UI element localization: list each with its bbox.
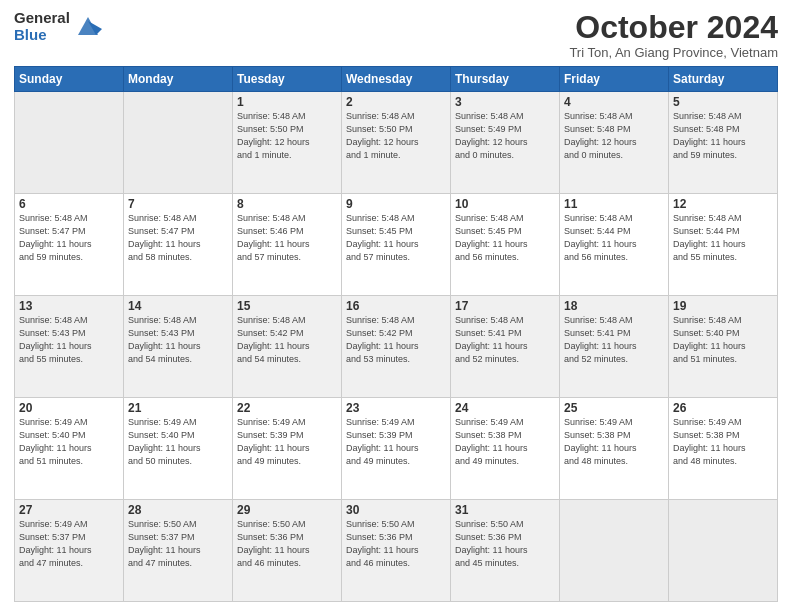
calendar-cell: 21Sunrise: 5:49 AM Sunset: 5:40 PM Dayli… [124,398,233,500]
day-info: Sunrise: 5:48 AM Sunset: 5:45 PM Dayligh… [455,212,555,264]
calendar-cell: 26Sunrise: 5:49 AM Sunset: 5:38 PM Dayli… [669,398,778,500]
calendar-cell: 2Sunrise: 5:48 AM Sunset: 5:50 PM Daylig… [342,92,451,194]
calendar-week-row: 1Sunrise: 5:48 AM Sunset: 5:50 PM Daylig… [15,92,778,194]
day-number: 11 [564,197,664,211]
calendar-week-row: 27Sunrise: 5:49 AM Sunset: 5:37 PM Dayli… [15,500,778,602]
day-number: 4 [564,95,664,109]
day-number: 29 [237,503,337,517]
day-number: 9 [346,197,446,211]
calendar-cell: 9Sunrise: 5:48 AM Sunset: 5:45 PM Daylig… [342,194,451,296]
calendar-cell: 15Sunrise: 5:48 AM Sunset: 5:42 PM Dayli… [233,296,342,398]
day-info: Sunrise: 5:50 AM Sunset: 5:36 PM Dayligh… [237,518,337,570]
calendar-cell: 4Sunrise: 5:48 AM Sunset: 5:48 PM Daylig… [560,92,669,194]
day-info: Sunrise: 5:50 AM Sunset: 5:36 PM Dayligh… [346,518,446,570]
day-info: Sunrise: 5:48 AM Sunset: 5:48 PM Dayligh… [673,110,773,162]
day-info: Sunrise: 5:48 AM Sunset: 5:43 PM Dayligh… [128,314,228,366]
calendar-cell: 3Sunrise: 5:48 AM Sunset: 5:49 PM Daylig… [451,92,560,194]
calendar-cell: 13Sunrise: 5:48 AM Sunset: 5:43 PM Dayli… [15,296,124,398]
calendar-cell [669,500,778,602]
day-number: 24 [455,401,555,415]
day-number: 20 [19,401,119,415]
calendar-cell: 18Sunrise: 5:48 AM Sunset: 5:41 PM Dayli… [560,296,669,398]
day-info: Sunrise: 5:48 AM Sunset: 5:44 PM Dayligh… [673,212,773,264]
logo-general: General [14,10,70,27]
day-number: 8 [237,197,337,211]
day-info: Sunrise: 5:48 AM Sunset: 5:47 PM Dayligh… [19,212,119,264]
day-number: 23 [346,401,446,415]
calendar-cell: 5Sunrise: 5:48 AM Sunset: 5:48 PM Daylig… [669,92,778,194]
day-number: 21 [128,401,228,415]
day-header-saturday: Saturday [669,67,778,92]
calendar-cell: 14Sunrise: 5:48 AM Sunset: 5:43 PM Dayli… [124,296,233,398]
page: General Blue October 2024 Tri Ton, An Gi… [0,0,792,612]
calendar-cell: 27Sunrise: 5:49 AM Sunset: 5:37 PM Dayli… [15,500,124,602]
day-info: Sunrise: 5:48 AM Sunset: 5:41 PM Dayligh… [455,314,555,366]
month-title: October 2024 [569,10,778,45]
calendar-week-row: 13Sunrise: 5:48 AM Sunset: 5:43 PM Dayli… [15,296,778,398]
calendar-cell [560,500,669,602]
day-number: 3 [455,95,555,109]
calendar-header-row: SundayMondayTuesdayWednesdayThursdayFrid… [15,67,778,92]
day-number: 25 [564,401,664,415]
calendar-cell: 19Sunrise: 5:48 AM Sunset: 5:40 PM Dayli… [669,296,778,398]
day-header-monday: Monday [124,67,233,92]
calendar-cell: 12Sunrise: 5:48 AM Sunset: 5:44 PM Dayli… [669,194,778,296]
calendar-cell: 22Sunrise: 5:49 AM Sunset: 5:39 PM Dayli… [233,398,342,500]
calendar-week-row: 6Sunrise: 5:48 AM Sunset: 5:47 PM Daylig… [15,194,778,296]
day-info: Sunrise: 5:50 AM Sunset: 5:36 PM Dayligh… [455,518,555,570]
day-number: 27 [19,503,119,517]
day-header-friday: Friday [560,67,669,92]
title-area: October 2024 Tri Ton, An Giang Province,… [569,10,778,60]
logo-blue: Blue [14,27,70,44]
day-info: Sunrise: 5:48 AM Sunset: 5:50 PM Dayligh… [346,110,446,162]
logo-text: General Blue [14,10,70,43]
calendar-cell: 7Sunrise: 5:48 AM Sunset: 5:47 PM Daylig… [124,194,233,296]
logo-icon [74,13,102,41]
day-number: 1 [237,95,337,109]
calendar-cell: 20Sunrise: 5:49 AM Sunset: 5:40 PM Dayli… [15,398,124,500]
day-info: Sunrise: 5:48 AM Sunset: 5:47 PM Dayligh… [128,212,228,264]
day-number: 28 [128,503,228,517]
day-number: 26 [673,401,773,415]
day-info: Sunrise: 5:48 AM Sunset: 5:40 PM Dayligh… [673,314,773,366]
day-number: 6 [19,197,119,211]
day-number: 31 [455,503,555,517]
day-number: 30 [346,503,446,517]
day-info: Sunrise: 5:48 AM Sunset: 5:48 PM Dayligh… [564,110,664,162]
day-info: Sunrise: 5:48 AM Sunset: 5:46 PM Dayligh… [237,212,337,264]
day-number: 19 [673,299,773,313]
calendar-table: SundayMondayTuesdayWednesdayThursdayFrid… [14,66,778,602]
calendar-cell: 6Sunrise: 5:48 AM Sunset: 5:47 PM Daylig… [15,194,124,296]
day-info: Sunrise: 5:48 AM Sunset: 5:50 PM Dayligh… [237,110,337,162]
day-info: Sunrise: 5:48 AM Sunset: 5:42 PM Dayligh… [237,314,337,366]
day-number: 22 [237,401,337,415]
day-number: 14 [128,299,228,313]
header: General Blue October 2024 Tri Ton, An Gi… [14,10,778,60]
day-number: 7 [128,197,228,211]
calendar-cell: 29Sunrise: 5:50 AM Sunset: 5:36 PM Dayli… [233,500,342,602]
day-number: 5 [673,95,773,109]
day-header-tuesday: Tuesday [233,67,342,92]
calendar-cell: 10Sunrise: 5:48 AM Sunset: 5:45 PM Dayli… [451,194,560,296]
day-info: Sunrise: 5:48 AM Sunset: 5:44 PM Dayligh… [564,212,664,264]
logo: General Blue [14,10,102,43]
calendar-cell [15,92,124,194]
day-number: 13 [19,299,119,313]
calendar-cell: 23Sunrise: 5:49 AM Sunset: 5:39 PM Dayli… [342,398,451,500]
calendar-cell: 11Sunrise: 5:48 AM Sunset: 5:44 PM Dayli… [560,194,669,296]
calendar-cell: 31Sunrise: 5:50 AM Sunset: 5:36 PM Dayli… [451,500,560,602]
calendar-cell: 25Sunrise: 5:49 AM Sunset: 5:38 PM Dayli… [560,398,669,500]
day-number: 10 [455,197,555,211]
day-header-thursday: Thursday [451,67,560,92]
calendar-cell: 16Sunrise: 5:48 AM Sunset: 5:42 PM Dayli… [342,296,451,398]
day-number: 16 [346,299,446,313]
calendar-cell: 30Sunrise: 5:50 AM Sunset: 5:36 PM Dayli… [342,500,451,602]
day-number: 15 [237,299,337,313]
day-header-wednesday: Wednesday [342,67,451,92]
calendar-week-row: 20Sunrise: 5:49 AM Sunset: 5:40 PM Dayli… [15,398,778,500]
day-number: 17 [455,299,555,313]
calendar-cell: 28Sunrise: 5:50 AM Sunset: 5:37 PM Dayli… [124,500,233,602]
day-info: Sunrise: 5:48 AM Sunset: 5:49 PM Dayligh… [455,110,555,162]
calendar-cell: 24Sunrise: 5:49 AM Sunset: 5:38 PM Dayli… [451,398,560,500]
calendar-cell: 8Sunrise: 5:48 AM Sunset: 5:46 PM Daylig… [233,194,342,296]
